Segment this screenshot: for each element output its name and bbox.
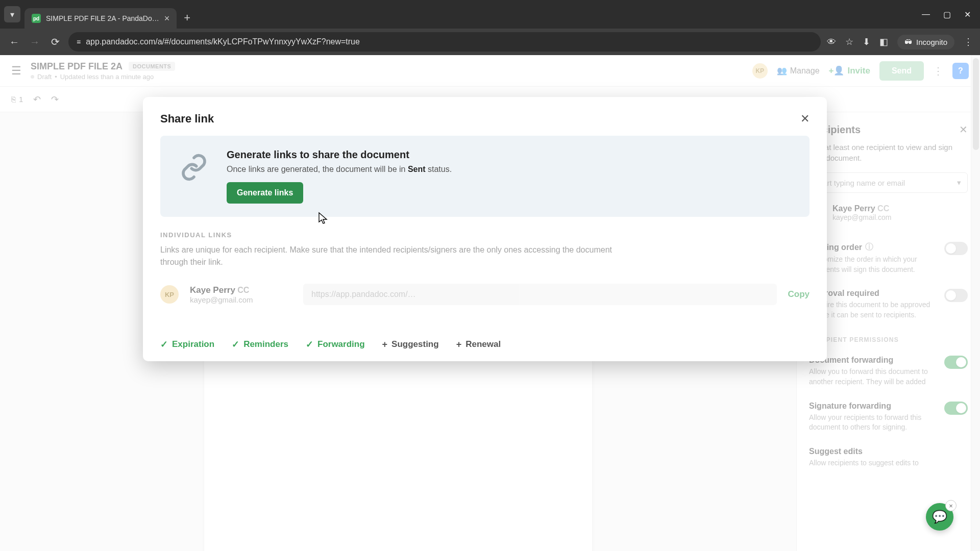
modal-close-icon[interactable]: ✕ <box>800 112 810 126</box>
generate-callout: Generate links to share the document Onc… <box>160 136 810 217</box>
side-panel-icon[interactable]: ◧ <box>879 36 888 47</box>
incognito-chip[interactable]: 🕶 Incognito <box>897 35 954 49</box>
downloads-icon[interactable]: ⬇ <box>863 36 870 47</box>
link-url-field[interactable]: https://app.pandadoc.com/… <box>303 284 777 305</box>
tab-title: SIMPLE PDF FILE 2A - PandaDo… <box>46 14 159 22</box>
window-close-icon[interactable]: ✕ <box>964 10 971 19</box>
generate-links-button[interactable]: Generate links <box>227 182 303 204</box>
browser-tab-strip: ▾ pd SIMPLE PDF FILE 2A - PandaDo… × + —… <box>0 0 980 29</box>
plus-icon: + <box>456 339 462 350</box>
copy-link-button[interactable]: Copy <box>788 289 810 299</box>
recipient-link-row: KP Kaye Perry CC kayep@gmail.com https:/… <box>160 284 810 305</box>
chat-fab[interactable]: 💬 × <box>926 503 953 531</box>
suggesting-option[interactable]: +Suggesting <box>382 339 439 350</box>
check-icon: ✓ <box>160 339 168 350</box>
back-button[interactable]: ← <box>7 35 21 49</box>
browser-toolbar: ← → ⟳ ≡ app.pandadoc.com/a/#/documents/k… <box>0 29 980 55</box>
individual-links-label: INDIVIDUAL LINKS <box>160 231 810 239</box>
expiration-option[interactable]: ✓Expiration <box>160 339 214 350</box>
modal-title: Share link <box>160 112 214 126</box>
check-icon: ✓ <box>232 339 239 350</box>
site-info-icon[interactable]: ≡ <box>77 38 81 46</box>
browser-tab[interactable]: pd SIMPLE PDF FILE 2A - PandaDo… × <box>24 8 177 29</box>
plus-icon: + <box>382 339 388 350</box>
tab-close-icon[interactable]: × <box>164 13 170 24</box>
chat-icon: 💬 <box>932 510 947 524</box>
bookmark-star-icon[interactable]: ☆ <box>845 36 853 47</box>
address-bar[interactable]: ≡ app.pandadoc.com/a/#/documents/kKyLCPF… <box>68 32 821 52</box>
link-avatar: KP <box>160 285 179 304</box>
chat-fab-close-icon[interactable]: × <box>945 500 957 511</box>
tab-search-button[interactable]: ▾ <box>4 6 20 22</box>
generate-heading: Generate links to share the document <box>227 149 452 161</box>
eye-off-icon[interactable]: 👁 <box>827 37 836 47</box>
individual-links-desc: Links are unique for each recipient. Mak… <box>160 244 630 268</box>
forward-button[interactable]: → <box>28 35 42 49</box>
modal-footer: ✓Expiration ✓Reminders ✓Forwarding +Sugg… <box>160 331 810 350</box>
incognito-icon: 🕶 <box>904 38 912 46</box>
link-icon <box>176 149 212 186</box>
url-text: app.pandadoc.com/a/#/documents/kKyLCPFoT… <box>86 37 360 46</box>
browser-menu-icon[interactable]: ⋮ <box>964 36 973 47</box>
pandadoc-favicon: pd <box>32 14 41 23</box>
share-link-modal: Share link ✕ Generate links to share the… <box>143 97 827 361</box>
window-maximize-icon[interactable]: ▢ <box>943 10 951 19</box>
forwarding-option[interactable]: ✓Forwarding <box>306 339 365 350</box>
window-minimize-icon[interactable]: — <box>922 10 930 19</box>
renewal-option[interactable]: +Renewal <box>456 339 501 350</box>
generate-subtext: Once links are generated, the document w… <box>227 165 452 174</box>
new-tab-button[interactable]: + <box>184 11 190 24</box>
check-icon: ✓ <box>306 339 313 350</box>
reload-button[interactable]: ⟳ <box>48 35 62 49</box>
reminders-option[interactable]: ✓Reminders <box>232 339 288 350</box>
